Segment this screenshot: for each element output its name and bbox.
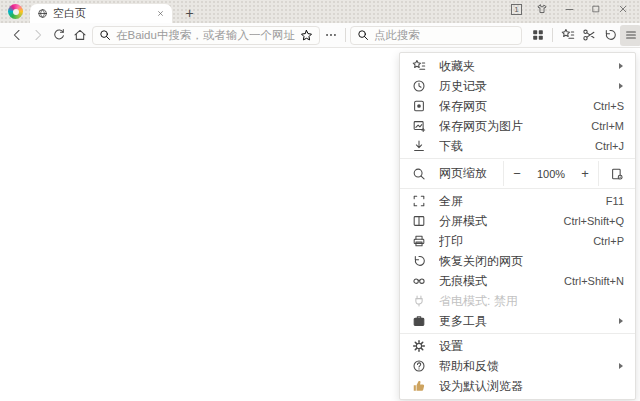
back-button[interactable] [6, 25, 27, 46]
zoom-level-value: 100% [530, 168, 572, 180]
window-controls: 1 [511, 2, 630, 16]
main-menu-dropdown: 收藏夹 历史记录 保存网页 Ctrl+S 保存网页为图片 Ctrl+M 下载 C… [399, 52, 636, 400]
menu-separator [400, 158, 635, 159]
zoom-out-button[interactable]: − [504, 161, 530, 186]
menu-item-label: 收藏夹 [439, 58, 607, 75]
submenu-arrow-icon [619, 363, 623, 369]
menu-separator [400, 333, 635, 334]
shortcut-label: Ctrl+M [591, 120, 624, 132]
clock-icon [411, 79, 427, 93]
forward-button[interactable] [27, 25, 48, 46]
menu-item-page-zoom: 网页缩放 − 100% + [400, 161, 635, 186]
shortcut-label: Ctrl+P [593, 235, 624, 247]
toolbar-separator [345, 28, 346, 42]
address-bar[interactable] [92, 26, 320, 45]
menu-item-settings[interactable]: 设置 [400, 336, 635, 356]
help-icon [411, 359, 427, 373]
maximize-button[interactable] [589, 2, 603, 16]
menu-item-save-page-as-image[interactable]: 保存网页为图片 Ctrl+M [400, 116, 635, 136]
menu-separator [400, 188, 635, 189]
zoom-controls: − 100% + [503, 161, 599, 186]
tab-title: 空白页 [53, 6, 151, 21]
menu-item-history[interactable]: 历史记录 [400, 76, 635, 96]
refresh-button[interactable] [48, 25, 69, 46]
gear-icon [411, 339, 427, 353]
menu-item-power-save-mode: 省电模式: 禁用 [400, 291, 635, 311]
search-icon [99, 29, 111, 41]
search-icon [357, 29, 369, 41]
restore-icon [411, 254, 427, 268]
restore-closed-button[interactable] [599, 25, 620, 46]
menu-item-split-screen[interactable]: 分屏模式 Ctrl+Shift+Q [400, 211, 635, 231]
save-page-icon [411, 99, 427, 113]
save-image-icon [411, 119, 427, 133]
page-zoom-settings-icon[interactable] [599, 161, 635, 186]
menu-item-favorites[interactable]: 收藏夹 [400, 56, 635, 76]
more-actions-button[interactable] [320, 25, 341, 46]
menu-item-help-feedback[interactable]: 帮助和反馈 [400, 356, 635, 376]
incognito-icon [411, 274, 427, 288]
search-box[interactable] [350, 26, 522, 45]
toolbar [0, 23, 640, 48]
menu-item-label: 设为默认浏览器 [439, 378, 624, 395]
shortcut-label: Ctrl+Shift+Q [563, 215, 624, 227]
tab-count-badge[interactable]: 1 [511, 4, 522, 15]
star-list-icon [411, 59, 427, 73]
bookmark-star-icon[interactable] [300, 29, 313, 42]
magnifier-icon [411, 167, 427, 181]
tab-close-icon[interactable] [156, 9, 165, 18]
split-screen-icon [411, 214, 427, 228]
menu-item-label: 历史记录 [439, 78, 607, 95]
browser-window: 空白页 + 1 [0, 0, 640, 401]
menu-item-label: 保存网页 [439, 98, 581, 115]
download-icon [411, 139, 427, 153]
menu-item-print[interactable]: 打印 Ctrl+P [400, 231, 635, 251]
shortcut-label: Ctrl+J [595, 140, 624, 152]
tab-blank-page[interactable]: 空白页 [30, 4, 172, 23]
menu-item-more-tools[interactable]: 更多工具 [400, 311, 635, 331]
submenu-arrow-icon [619, 63, 623, 69]
new-tab-button[interactable]: + [181, 4, 198, 21]
favorites-button[interactable] [557, 25, 578, 46]
menu-item-downloads[interactable]: 下载 Ctrl+J [400, 136, 635, 156]
menu-item-label: 省电模式: 禁用 [439, 293, 624, 310]
menu-item-label: 分屏模式 [439, 213, 551, 230]
titlebar: 空白页 + 1 [0, 0, 640, 23]
thumbs-up-icon [411, 379, 427, 393]
shortcut-label: Ctrl+S [593, 100, 624, 112]
shortcut-label: F11 [606, 195, 624, 207]
menu-item-label: 更多工具 [439, 313, 607, 330]
submenu-arrow-icon [619, 318, 623, 324]
menu-item-label: 全屏 [439, 193, 594, 210]
theme-skin-icon[interactable] [535, 2, 549, 16]
home-button[interactable] [69, 25, 90, 46]
power-plug-icon [411, 294, 427, 308]
toolbar-separator [552, 28, 553, 42]
zoom-label: 网页缩放 [439, 165, 503, 182]
apps-grid-button[interactable] [527, 25, 548, 46]
address-input[interactable] [116, 29, 295, 41]
menu-item-label: 下载 [439, 138, 583, 155]
menu-item-label: 无痕模式 [439, 273, 552, 290]
menu-item-label: 恢复关闭的网页 [439, 253, 624, 270]
menu-item-label: 设置 [439, 338, 624, 355]
search-input[interactable] [374, 29, 515, 41]
submenu-arrow-icon [619, 83, 623, 89]
menu-item-fullscreen[interactable]: 全屏 F11 [400, 191, 635, 211]
main-menu-button[interactable] [620, 25, 640, 46]
menu-item-restore-closed-pages[interactable]: 恢复关闭的网页 [400, 251, 635, 271]
globe-icon [37, 8, 48, 19]
menu-item-label: 保存网页为图片 [439, 118, 579, 135]
menu-item-label: 打印 [439, 233, 581, 250]
screenshot-scissors-button[interactable] [578, 25, 599, 46]
minimize-button[interactable] [562, 2, 576, 16]
toolbox-icon [411, 314, 427, 328]
close-button[interactable] [616, 2, 630, 16]
menu-item-label: 帮助和反馈 [439, 358, 607, 375]
shortcut-label: Ctrl+Shift+N [564, 275, 624, 287]
menu-item-save-page[interactable]: 保存网页 Ctrl+S [400, 96, 635, 116]
printer-icon [411, 234, 427, 248]
menu-item-incognito-mode[interactable]: 无痕模式 Ctrl+Shift+N [400, 271, 635, 291]
menu-item-set-default-browser[interactable]: 设为默认浏览器 [400, 376, 635, 396]
zoom-in-button[interactable]: + [572, 161, 598, 186]
